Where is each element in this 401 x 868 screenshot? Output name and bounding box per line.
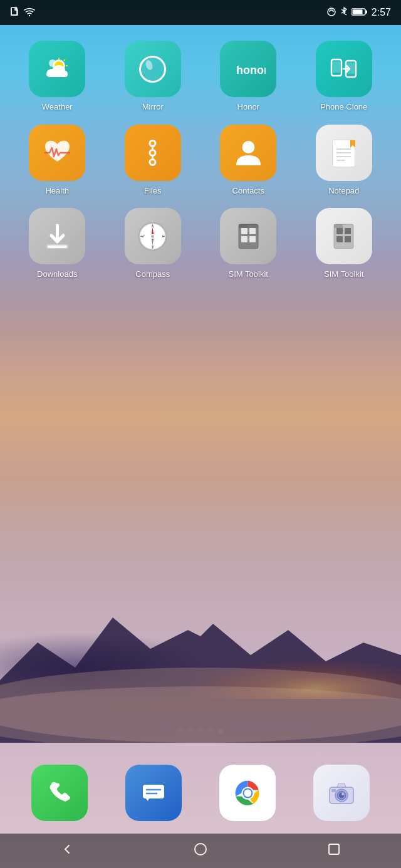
dock-camera[interactable]: [313, 765, 370, 821]
svg-point-16: [142, 58, 164, 80]
svg-rect-57: [241, 236, 247, 242]
svg-text:N: N: [152, 225, 154, 229]
sim-toolkit-2-icon: [316, 208, 372, 264]
status-bar: 2:57: [0, 0, 401, 25]
app-sim-toolkit-1[interactable]: SIM Toolkit: [204, 208, 293, 279]
app-phone-clone[interactable]: Phone Clone: [299, 41, 389, 112]
app-notepad[interactable]: Notepad: [299, 125, 389, 196]
svg-rect-56: [249, 228, 256, 234]
dock-chrome[interactable]: [219, 765, 276, 821]
health-icon: [29, 125, 85, 181]
svg-rect-40: [46, 244, 68, 249]
app-downloads[interactable]: Downloads: [13, 208, 102, 279]
dock-phone[interactable]: [31, 765, 88, 821]
weather-label: Weather: [42, 102, 73, 112]
svg-rect-20: [333, 61, 340, 73]
files-icon: [125, 125, 181, 181]
status-right-icons: 2:57: [326, 7, 391, 19]
app-weather[interactable]: Weather: [13, 41, 102, 112]
dock-messages[interactable]: [125, 765, 182, 821]
app-sim-toolkit-2[interactable]: SIM Toolkit: [299, 208, 389, 279]
nav-home[interactable]: [187, 835, 214, 867]
app-health[interactable]: Health: [13, 125, 102, 196]
notepad-label: Notepad: [328, 186, 359, 196]
contacts-label: Contacts: [232, 186, 264, 196]
app-mirror[interactable]: Mirror: [108, 41, 198, 112]
mirror-icon: [125, 41, 181, 97]
svg-rect-7: [365, 10, 367, 13]
svg-rect-63: [336, 236, 343, 242]
app-compass[interactable]: N S W E Compass: [108, 208, 198, 279]
svg-point-77: [341, 793, 344, 795]
svg-point-29: [151, 151, 155, 155]
file-icon: [10, 7, 20, 19]
svg-rect-58: [249, 236, 256, 242]
sim-toolkit-1-label: SIM Toolkit: [229, 269, 268, 279]
honor-icon: honor: [220, 41, 276, 97]
svg-rect-22: [347, 63, 355, 74]
svg-point-78: [195, 844, 206, 855]
svg-rect-64: [345, 236, 351, 242]
svg-point-31: [242, 141, 254, 153]
compass-icon: N S W E: [125, 208, 181, 264]
weather-icon: [29, 41, 85, 97]
svg-point-2: [0, 686, 401, 743]
svg-rect-8: [352, 9, 362, 14]
battery-icon: [352, 8, 368, 18]
sim-toolkit-1-icon: [220, 208, 276, 264]
wifi-icon: [24, 8, 35, 18]
nfc-icon: [326, 7, 336, 19]
app-files[interactable]: Files: [108, 125, 198, 196]
files-label: Files: [144, 186, 161, 196]
svg-line-13: [64, 59, 65, 61]
notepad-icon: [316, 125, 372, 181]
bluetooth-icon: [340, 7, 348, 19]
svg-point-5: [328, 8, 335, 16]
app-contacts[interactable]: Contacts: [204, 125, 293, 196]
mirror-label: Mirror: [142, 102, 164, 112]
svg-point-53: [151, 234, 155, 238]
svg-text:W: W: [142, 234, 145, 238]
svg-rect-61: [336, 228, 343, 234]
svg-point-71: [244, 789, 251, 797]
contacts-icon: [220, 125, 276, 181]
mountain-svg: [0, 567, 401, 743]
nav-back[interactable]: [53, 835, 81, 867]
svg-rect-76: [331, 789, 336, 792]
nav-bar: [0, 834, 401, 868]
phone-clone-label: Phone Clone: [320, 102, 367, 112]
app-honor[interactable]: honor Honor: [204, 41, 293, 112]
nav-recents[interactable]: [320, 835, 348, 867]
app-grid: Weather Mirror honor Honor: [0, 34, 401, 286]
svg-point-30: [151, 160, 155, 164]
sim-toolkit-2-label: SIM Toolkit: [324, 269, 363, 279]
compass-label: Compass: [135, 269, 170, 279]
svg-rect-79: [329, 844, 339, 854]
svg-point-28: [151, 142, 155, 145]
honor-label: Honor: [237, 102, 259, 112]
svg-text:honor: honor: [236, 64, 266, 76]
svg-point-4: [29, 14, 30, 16]
downloads-icon: [29, 208, 85, 264]
health-label: Health: [45, 186, 69, 196]
status-time: 2:57: [372, 7, 391, 18]
downloads-label: Downloads: [37, 269, 77, 279]
phone-clone-icon: [316, 41, 372, 97]
status-left-icons: [10, 7, 35, 19]
svg-rect-62: [345, 228, 351, 234]
svg-rect-55: [241, 228, 247, 234]
dock: [0, 752, 401, 834]
